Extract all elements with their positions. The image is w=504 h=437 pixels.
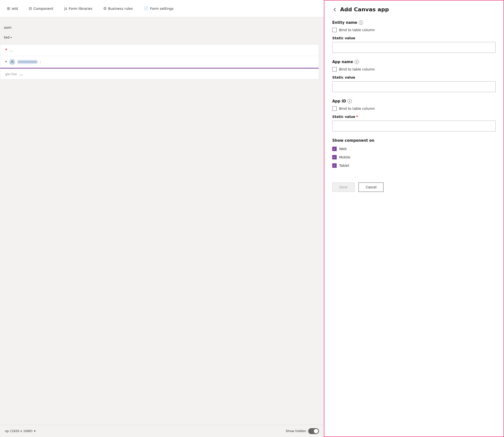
mobile-label: Mobile: [339, 155, 350, 159]
entity-name-bind-label: Bind to table column: [339, 28, 375, 32]
done-button[interactable]: Done: [332, 183, 355, 192]
app-id-static-input[interactable]: [332, 121, 496, 131]
single-line-row: gle-line ...: [0, 69, 319, 79]
ted-dropdown[interactable]: ted ▾: [0, 34, 16, 40]
cancel-button[interactable]: Cancel: [358, 183, 384, 192]
app-name-section: App name i Bind to table column Static v…: [332, 60, 496, 92]
nav-form-libraries[interactable]: js Form libraries: [62, 5, 94, 12]
user-colon: :: [40, 60, 41, 64]
web-checkbox-row[interactable]: Web: [332, 147, 496, 151]
app-id-bind-checkbox[interactable]: [332, 106, 337, 111]
panel-title: Add Canvas app: [340, 6, 389, 13]
tablet-checkbox-row[interactable]: Tablet: [332, 163, 496, 168]
tablet-label: Tablet: [339, 164, 349, 168]
main-area: ⊞ ield ⊟ Component js Form libraries ⚙ B…: [0, 0, 324, 437]
chevron-down-icon-2: ▾: [34, 429, 36, 433]
app-id-section: App ID i Bind to table column Static val…: [332, 99, 496, 131]
app-id-label: App ID i: [332, 99, 496, 103]
single-line-label: gle-line: [5, 72, 17, 76]
nav-business-rules[interactable]: ⚙ Business rules: [101, 5, 135, 12]
entity-name-label: Entity name i: [332, 20, 496, 25]
show-hidden-area: Show hidden: [286, 428, 319, 434]
viewport-dropdown[interactable]: op (1920 x 1080) ▾: [5, 429, 36, 433]
nav-field-label: ield: [12, 7, 18, 11]
single-line-ellipsis: ...: [19, 72, 23, 76]
right-panel: Add Canvas app Entity name i Bind to tab…: [324, 0, 504, 437]
entity-name-section: Entity name i Bind to table column Stati…: [332, 20, 496, 53]
oom-label: oom: [0, 25, 15, 30]
web-label: Web: [339, 147, 347, 151]
required-star: *: [356, 115, 358, 119]
app-name-bind-checkbox[interactable]: [332, 67, 337, 71]
viewport-label: op (1920 x 1080): [5, 429, 33, 433]
web-checkbox[interactable]: [332, 147, 337, 151]
back-button[interactable]: [332, 7, 337, 12]
user-name-blurred: [18, 60, 37, 63]
mobile-checkbox-row[interactable]: Mobile: [332, 155, 496, 159]
nav-field[interactable]: ⊞ ield: [5, 5, 20, 12]
entity-name-bind-checkbox[interactable]: [332, 28, 337, 32]
bottom-bar: op (1920 x 1080) ▾ Show hidden: [0, 425, 324, 437]
top-nav: ⊞ ield ⊟ Component js Form libraries ⚙ B…: [0, 0, 324, 17]
nav-business-rules-label: Business rules: [108, 7, 133, 11]
entity-name-static-label: Static value: [332, 36, 496, 40]
app-name-bind-label: Bind to table column: [339, 67, 375, 71]
required-dot: *: [5, 48, 7, 52]
card-row-1: * ...: [0, 44, 319, 56]
show-hidden-toggle[interactable]: [308, 428, 319, 434]
chevron-down-icon: ▾: [11, 36, 12, 39]
form-content-card: * ... * : gle-lin: [0, 44, 319, 80]
user-row: * :: [0, 56, 319, 69]
required-dot-2: *: [5, 60, 7, 64]
entity-name-info-icon[interactable]: i: [359, 20, 363, 25]
mobile-checkbox[interactable]: [332, 155, 337, 159]
show-hidden-label: Show hidden: [286, 429, 306, 433]
nav-form-settings-label: Form settings: [150, 7, 173, 11]
app-name-info-icon[interactable]: i: [355, 60, 359, 64]
app-id-info-icon[interactable]: i: [347, 99, 352, 103]
content-area: oom ted ▾ * ... *: [0, 17, 324, 437]
entity-name-bind-checkbox-row[interactable]: Bind to table column: [332, 28, 496, 32]
show-component-section: Show component on Web Mobile Tablet: [332, 138, 496, 168]
field-icon: ⊞: [7, 6, 10, 11]
ellipsis-1: ...: [10, 48, 13, 52]
footer-buttons: Done Cancel: [332, 178, 496, 192]
rules-icon: ⚙: [103, 6, 106, 11]
entity-name-static-input[interactable]: [332, 42, 496, 53]
app-id-static-label: Static value *: [332, 115, 496, 119]
app-id-bind-label: Bind to table column: [339, 107, 375, 111]
nav-component-label: Component: [33, 7, 53, 11]
ted-label: ted: [4, 35, 10, 39]
app-name-static-label: Static value: [332, 75, 496, 79]
avatar: [9, 59, 15, 65]
show-component-title: Show component on: [332, 138, 496, 143]
settings-icon: 📄: [144, 6, 148, 11]
nav-form-settings[interactable]: 📄 Form settings: [142, 5, 175, 12]
panel-header: Add Canvas app: [332, 6, 496, 13]
js-icon: js: [64, 6, 67, 11]
component-icon: ⊟: [29, 6, 32, 11]
app-id-bind-checkbox-row[interactable]: Bind to table column: [332, 106, 496, 111]
app-name-static-input[interactable]: [332, 81, 496, 92]
app-name-label: App name i: [332, 60, 496, 64]
nav-component[interactable]: ⊟ Component: [27, 5, 55, 12]
nav-form-libraries-label: Form libraries: [69, 7, 92, 11]
tablet-checkbox[interactable]: [332, 163, 337, 168]
app-name-bind-checkbox-row[interactable]: Bind to table column: [332, 67, 496, 71]
